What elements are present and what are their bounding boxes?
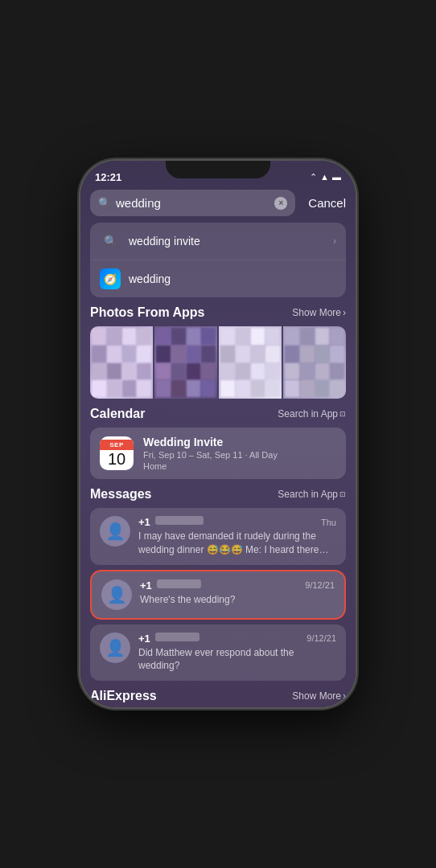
message-time-3: 9/12/21 — [306, 633, 336, 643]
aliexpress-section-header: AliExpress Show More › — [90, 689, 346, 703]
message-sender-2: +1 — [140, 579, 201, 592]
messages-search-in-app-button[interactable]: Search in App ⊡ — [278, 489, 346, 500]
photos-section-title: Photos From Apps — [90, 305, 205, 320]
person-icon-2: 👤 — [107, 585, 127, 604]
photos-grid[interactable] — [90, 326, 346, 399]
suggestions-list: 🔍 wedding invite › 🧭 wedding — [90, 223, 346, 297]
suggestion-item-wedding[interactable]: 🧭 wedding — [90, 260, 346, 297]
suggestion-safari-icon: 🧭 — [100, 268, 121, 289]
aliexpress-section: AliExpress Show More › — [90, 689, 346, 703]
status-icons: ⌃ ▲ ▬ — [310, 172, 341, 182]
photos-section-header: Photos From Apps Show More › — [90, 305, 346, 320]
message-header-1: +1 Thu — [138, 516, 336, 528]
message-content-2: +1 9/12/21 Where's the wedding? — [140, 579, 335, 607]
message-item-2[interactable]: 👤 +1 9/12/21 Where's the wedding? — [90, 570, 346, 620]
search-bar-container: 🔍 wedding × Cancel — [80, 190, 356, 223]
calendar-event-subtitle: Fri, Sep 10 – Sat, Sep 11 · All Day — [143, 450, 336, 460]
photo-cell-3[interactable] — [219, 326, 282, 399]
search-input[interactable]: wedding — [116, 196, 269, 210]
phone-frame: 12:21 ⌃ ▲ ▬ 🔍 wedding × Cancel — [80, 161, 356, 707]
suggestion-item-wedding-invite[interactable]: 🔍 wedding invite › — [90, 223, 346, 260]
messages-section-header: Messages Search in App ⊡ — [90, 487, 346, 502]
person-icon-3: 👤 — [105, 638, 125, 657]
chevron-right-icon: › — [333, 235, 336, 247]
avatar-3: 👤 — [100, 633, 130, 663]
calendar-day: 10 — [108, 450, 125, 467]
suggestion-label: wedding invite — [129, 235, 325, 248]
search-bar[interactable]: 🔍 wedding × — [90, 190, 295, 216]
location-icon: ⌃ — [310, 172, 317, 182]
messages-section-title: Messages — [90, 487, 152, 502]
calendar-event-card[interactable]: SEP 10 Wedding Invite Fri, Sep 10 – Sat,… — [90, 428, 346, 479]
message-item-1[interactable]: 👤 +1 Thu I may have demanded it rudely d… — [90, 508, 346, 565]
aliexpress-show-more-button[interactable]: Show More › — [292, 690, 346, 702]
sender-blur-2 — [157, 579, 201, 588]
search-icon: 🔍 — [98, 197, 111, 209]
message-header-2: +1 9/12/21 — [140, 579, 335, 592]
chevron-right-icon-photos: › — [343, 307, 346, 318]
show-more-label: Show More — [292, 307, 341, 318]
message-content-1: +1 Thu I may have demanded it rudely dur… — [138, 516, 336, 557]
photo-cell-1[interactable] — [90, 326, 153, 399]
cancel-button[interactable]: Cancel — [302, 196, 346, 210]
message-preview-2: Where's the wedding? — [140, 593, 335, 607]
wifi-icon: ▲ — [320, 172, 329, 182]
messages-section: Messages Search in App ⊡ 👤 +1 — [90, 487, 346, 681]
notch — [166, 161, 270, 178]
suggestion-label-2: wedding — [129, 272, 336, 285]
calendar-section-header: Calendar Search in App ⊡ — [90, 407, 346, 421]
suggestion-search-icon: 🔍 — [100, 231, 121, 252]
message-sender-1: +1 — [138, 516, 204, 528]
avatar-1: 👤 — [100, 516, 130, 547]
photos-section: Photos From Apps Show More › — [90, 305, 346, 399]
aliexpress-show-more-label: Show More — [292, 690, 341, 702]
sender-blur-1 — [155, 516, 204, 525]
calendar-section-title: Calendar — [90, 407, 145, 421]
calendar-event-location: Home — [143, 461, 336, 471]
calendar-icon: SEP 10 — [100, 436, 134, 470]
message-preview-3: Did Matthew ever respond about the weddi… — [138, 646, 336, 674]
photo-cell-4[interactable] — [283, 326, 346, 399]
external-link-icon: ⊡ — [339, 410, 346, 418]
chevron-right-icon-aliexpress: › — [343, 690, 346, 702]
photos-show-more-button[interactable]: Show More › — [292, 307, 346, 318]
sender-blur-3 — [155, 633, 199, 641]
calendar-search-in-app-button[interactable]: Search in App ⊡ — [278, 408, 346, 420]
messages-external-link-icon: ⊡ — [339, 490, 346, 498]
message-sender-3: +1 — [138, 633, 199, 645]
message-content-3: +1 9/12/21 Did Matthew ever respond abou… — [138, 633, 336, 674]
calendar-month: SEP — [100, 440, 134, 450]
messages-search-in-app-label: Search in App — [278, 489, 338, 500]
calendar-section: Calendar Search in App ⊡ SEP 10 Wedding … — [90, 407, 346, 479]
status-time: 12:21 — [95, 171, 121, 183]
calendar-event-info: Wedding Invite Fri, Sep 10 – Sat, Sep 11… — [143, 436, 336, 471]
person-icon-1: 👤 — [105, 522, 125, 541]
battery-icon: ▬ — [332, 172, 341, 182]
message-time-1: Thu — [321, 518, 336, 527]
photo-cell-2[interactable] — [154, 326, 217, 399]
clear-icon: × — [278, 199, 283, 207]
message-header-3: +1 9/12/21 — [138, 633, 336, 645]
calendar-event-title: Wedding Invite — [143, 436, 336, 448]
avatar-2: 👤 — [101, 579, 132, 610]
message-time-2: 9/12/21 — [305, 580, 335, 590]
message-preview-1: I may have demanded it rudely during the… — [138, 530, 336, 557]
search-in-app-label: Search in App — [278, 408, 338, 420]
search-clear-button[interactable]: × — [274, 197, 287, 210]
aliexpress-section-title: AliExpress — [90, 689, 157, 703]
message-item-3[interactable]: 👤 +1 9/12/21 Did Matthew ever respond ab… — [90, 624, 346, 682]
phone-screen: 12:21 ⌃ ▲ ▬ 🔍 wedding × Cancel — [80, 161, 356, 707]
